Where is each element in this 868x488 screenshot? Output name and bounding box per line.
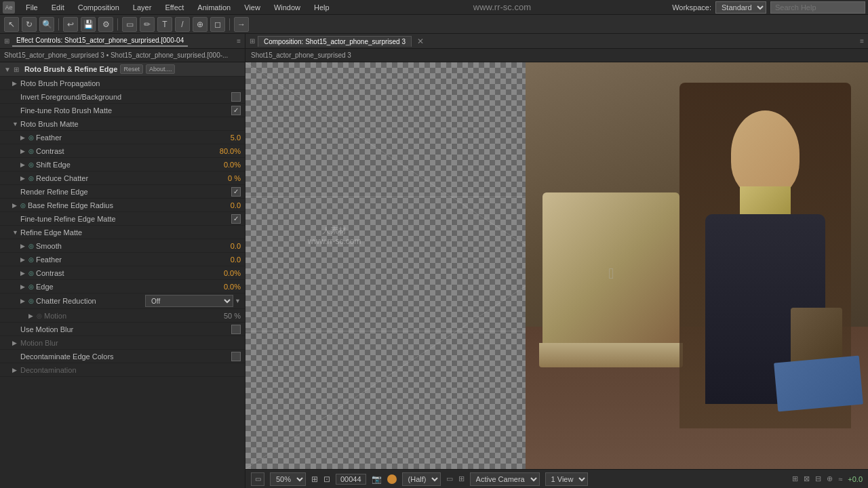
about-button[interactable]: About.... (146, 64, 176, 74)
roto-feather-twirl[interactable]: ▶ (20, 134, 26, 141)
comp-panel-menu[interactable]: ≡ (860, 37, 864, 45)
tool-rect[interactable]: ▭ (122, 17, 137, 32)
refine-feather-value[interactable]: 0.0 (207, 256, 241, 264)
fit-icon[interactable]: ⊞ (311, 474, 318, 484)
tool-search[interactable]: 🔍 (39, 17, 54, 32)
comp-tab[interactable]: Composition: Shot15_actor_phone_surprise… (258, 36, 412, 47)
menu-help[interactable]: Help (311, 2, 332, 13)
refine-contrast-row[interactable]: ▶ ◎ Contrast 0.0% (0, 266, 245, 280)
roto-contrast-twirl[interactable]: ▶ (20, 148, 26, 155)
invert-fg-checkbox[interactable] (231, 92, 241, 102)
menu-window[interactable]: Window (271, 2, 303, 13)
tool-undo[interactable]: ↩ (63, 17, 78, 32)
reset-view-icon[interactable]: ⊞ (792, 474, 798, 483)
decontam-section-row[interactable]: ▶ Decontamination (0, 363, 245, 377)
comp-tb-square[interactable]: ▭ (251, 472, 264, 486)
chatter-reduction-twirl[interactable]: ▶ (20, 298, 26, 304)
view-select[interactable]: 1 View (545, 472, 588, 486)
roto-chatter-value[interactable]: 0 % (207, 174, 241, 182)
roto-feather-row[interactable]: ▶ ◎ Feather 5.0 (0, 131, 245, 144)
motion-path-icon[interactable]: ≈ (838, 475, 842, 483)
composition-timecode[interactable]: 00044 (336, 474, 366, 485)
tool-brush[interactable]: / (175, 17, 190, 32)
smooth-row[interactable]: ▶ ◎ Smooth 0.0 (0, 239, 245, 253)
roto-chatter-twirl[interactable]: ▶ (20, 175, 26, 182)
roto-shift-twirl[interactable]: ▶ (20, 161, 26, 168)
motion-blur-row[interactable]: ▶ Motion Blur (0, 336, 245, 350)
panel-menu-btn[interactable]: ≡ (237, 37, 241, 45)
render-refine-checkbox[interactable] (231, 187, 241, 197)
fullscreen-icon[interactable]: ▭ (446, 474, 453, 483)
chatter-reduction-dropdown[interactable]: Off Low High (145, 295, 233, 307)
effect-collapse-icon[interactable]: ▼ (4, 66, 11, 73)
finetune-roto-row[interactable]: Fine-tune Roto Brush Matte (0, 104, 245, 117)
refine-shift-value[interactable]: 0.0% (207, 283, 241, 291)
tool-settings[interactable]: ⚙ (98, 17, 113, 32)
motion-twirl[interactable]: ▶ (28, 312, 34, 319)
layout-icon[interactable]: ⊟ (815, 474, 821, 483)
roto-contrast-row[interactable]: ▶ ◎ Contrast 80.0% (0, 144, 245, 158)
tool-save[interactable]: 💾 (81, 17, 96, 32)
overlay-icon[interactable]: ⊕ (827, 474, 833, 483)
use-motion-blur-row[interactable]: Use Motion Blur (0, 323, 245, 336)
menu-view[interactable]: View (241, 2, 263, 13)
motion-value[interactable]: 50 % (207, 312, 241, 320)
grid-toggle-icon[interactable]: ⊞ (458, 474, 465, 483)
refine-contrast-twirl[interactable]: ▶ (20, 270, 26, 277)
decontam-row[interactable]: Decontaminate Edge Colors (0, 350, 245, 363)
comp-tab-close[interactable]: ✕ (417, 37, 424, 46)
menu-animation[interactable]: Animation (195, 2, 233, 13)
decontam-checkbox[interactable] (231, 352, 241, 361)
composition-viewport[interactable]: 人素材 www.rr-sc.com www.rr-sc.com  (245, 62, 868, 469)
tool-rotate[interactable]: ↻ (22, 17, 37, 32)
propagation-twirl[interactable]: ▶ (12, 80, 18, 87)
effect-controls-tab[interactable]: Effect Controls: Shot15_actor_phone_surp… (12, 35, 188, 47)
use-motion-blur-checkbox[interactable] (231, 325, 241, 334)
refine-feather-row[interactable]: ▶ ◎ Feather 0.0 (0, 253, 245, 266)
base-refine-row[interactable]: ▶ ◎ Base Refine Edge Radius 0.0 (0, 199, 245, 212)
tool-stamp[interactable]: ⊕ (193, 17, 208, 32)
roto-brush-matte-row[interactable]: ▼ Roto Brush Matte (0, 117, 245, 131)
menu-edit[interactable]: Edit (49, 2, 67, 13)
search-input[interactable] (770, 1, 865, 14)
motion-row[interactable]: ▶ ◎ Motion 50 % (0, 309, 245, 323)
base-refine-twirl[interactable]: ▶ (12, 202, 18, 209)
roto-propagation-row[interactable]: ▶ Roto Brush Propagation (0, 77, 245, 90)
effect-title-row[interactable]: ▼ ⊞ Roto Brush & Refine Edge Reset About… (0, 62, 245, 77)
base-refine-value[interactable]: 0.0 (207, 201, 241, 209)
refine-contrast-value[interactable]: 0.0% (207, 269, 241, 277)
roto-reduce-chatter-row[interactable]: ▶ ◎ Reduce Chatter 0 % (0, 171, 245, 185)
tool-select[interactable]: ↖ (4, 17, 19, 32)
tool-pen[interactable]: ✏ (140, 17, 155, 32)
decontam-section-twirl[interactable]: ▶ (12, 367, 18, 373)
camera-icon[interactable]: 📷 (372, 474, 382, 484)
invert-fg-row[interactable]: Invert Foreground/Background (0, 90, 245, 104)
refine-shift-row[interactable]: ▶ ◎ Edge 0.0% (0, 280, 245, 293)
active-camera-select[interactable]: Active Camera (470, 472, 540, 486)
menu-effect[interactable]: Effect (162, 2, 186, 13)
roto-contrast-value[interactable]: 80.0% (207, 147, 241, 155)
roto-matte-twirl[interactable]: ▼ (12, 121, 18, 127)
workspace-select[interactable]: Standard (715, 1, 766, 14)
tool-roto[interactable]: → (234, 17, 249, 32)
finetune-roto-checkbox[interactable] (231, 106, 241, 115)
snap-icon[interactable]: ⊠ (804, 474, 810, 483)
chatter-reduction-row[interactable]: ▶ ◎ Chatter Reduction Off Low High ▼ (0, 293, 245, 309)
smooth-value[interactable]: 0.0 (207, 242, 241, 250)
fit2-icon[interactable]: ⊡ (323, 474, 330, 484)
finetune-refine-row[interactable]: Fine-tune Refine Edge Matte (0, 212, 245, 226)
refine-edge-twirl[interactable]: ▼ (12, 229, 18, 236)
refine-feather-twirl[interactable]: ▶ (20, 256, 26, 263)
menu-layer[interactable]: Layer (130, 2, 155, 13)
motion-blur-twirl[interactable]: ▶ (12, 340, 18, 346)
smooth-twirl[interactable]: ▶ (20, 243, 26, 249)
menu-file[interactable]: File (23, 2, 41, 13)
menu-composition[interactable]: Composition (75, 2, 122, 13)
zoom-select[interactable]: 50% (270, 472, 306, 486)
finetune-refine-checkbox[interactable] (231, 214, 241, 224)
roto-shift-row[interactable]: ▶ ◎ Shift Edge 0.0% (0, 158, 245, 171)
refine-edge-matte-row[interactable]: ▼ Refine Edge Matte (0, 226, 245, 239)
quality-select[interactable]: (Half) (402, 472, 441, 486)
tool-eraser[interactable]: ◻ (210, 17, 225, 32)
reset-button[interactable]: Reset (120, 64, 143, 74)
